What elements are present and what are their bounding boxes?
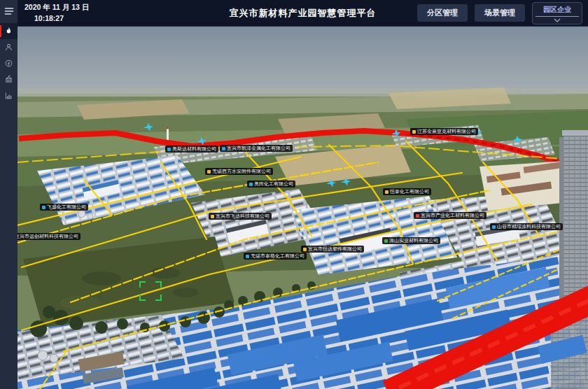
company-label-text: 潭山实业材料有限公司 bbox=[389, 237, 438, 244]
scene-management-button[interactable]: 场景管理 bbox=[475, 4, 525, 22]
vehicle-marker-icon[interactable] bbox=[512, 135, 523, 145]
company-label-text: 无锡市泰格化工有限公司 bbox=[251, 253, 304, 260]
company-label-text: 江苏金泉亚克材料有限公司 bbox=[417, 128, 476, 135]
company-label[interactable]: 恒泰化工有限公司 bbox=[383, 188, 431, 195]
flame-icon bbox=[4, 27, 13, 36]
vehicle-marker-icon[interactable] bbox=[326, 178, 337, 188]
power-icon bbox=[4, 59, 13, 68]
vehicle-marker-icon[interactable] bbox=[196, 136, 207, 146]
company-label[interactable]: 无锡市泰格化工有限公司 bbox=[244, 253, 307, 260]
company-label[interactable]: 宜兴市产业化工材料有限公司 bbox=[414, 212, 486, 219]
header-actions: 分区管理 场景管理 园区企业 bbox=[417, 2, 588, 24]
park-enterprise-dropdown[interactable]: 园区企业 bbox=[532, 2, 582, 24]
map-3d-viewport[interactable]: 飞盛化工有限公司宜兴市远创材料科技有限公司奥斯达材料有限公司宜兴市凯泽金属化工有… bbox=[18, 27, 588, 389]
vehicle-markers-layer bbox=[18, 27, 588, 389]
company-label[interactable]: 奥田化工有限公司 bbox=[247, 181, 295, 188]
factory-marker-icon bbox=[211, 215, 214, 218]
datetime-block: 2020 年 11 月 13 日 10:18:27 bbox=[24, 2, 89, 24]
company-label[interactable]: 飞盛化工有限公司 bbox=[40, 204, 88, 211]
vehicle-marker-icon[interactable] bbox=[391, 129, 402, 139]
company-label[interactable]: 奥斯达材料有限公司 bbox=[165, 146, 218, 153]
vehicle-marker-icon[interactable] bbox=[340, 177, 351, 187]
factory-marker-icon bbox=[207, 170, 211, 174]
company-label[interactable]: 潭山实业材料有限公司 bbox=[382, 237, 440, 244]
company-label-text: 宜兴市飞达科技有限公司 bbox=[216, 213, 270, 220]
left-toolbar bbox=[0, 0, 18, 389]
date-text: 2020 年 11 月 13 日 bbox=[24, 2, 89, 13]
company-label[interactable]: 宜兴市远创材料科技有限公司 bbox=[18, 233, 80, 240]
factory-marker-icon bbox=[385, 190, 388, 194]
factory-marker-icon bbox=[246, 255, 249, 258]
building-icon bbox=[4, 75, 13, 84]
company-label-text: 奥斯达材料有限公司 bbox=[172, 146, 216, 153]
company-label-text: 宜兴市产业化工材料有限公司 bbox=[421, 212, 484, 219]
smart-park-platform-window: 2020 年 11 月 13 日 10:18:27 宜兴市新材料产业园智慧管理平… bbox=[0, 0, 588, 389]
company-label[interactable]: 宜兴市飞达科技有限公司 bbox=[209, 213, 272, 220]
sidebar-item-energy[interactable] bbox=[0, 55, 18, 71]
company-label-text: 飞盛化工有限公司 bbox=[47, 204, 86, 211]
company-label-text: 宜兴市恒达塑件有限公司 bbox=[308, 246, 362, 253]
sidebar-item-fire-monitor[interactable] bbox=[0, 23, 18, 39]
company-label-text: 无锡西方水泵附件有限公司 bbox=[212, 168, 271, 175]
company-label-text: 宜兴市凯泽金属化工有限公司 bbox=[227, 145, 290, 152]
page-title: 宜兴市新材料产业园智慧管理平台 bbox=[230, 0, 377, 27]
company-label[interactable]: 宜兴市恒达塑件有限公司 bbox=[301, 246, 364, 253]
chevron-down-icon bbox=[554, 18, 561, 22]
bar-chart-icon bbox=[4, 91, 13, 100]
sidebar-item-enterprise[interactable] bbox=[0, 71, 18, 87]
selection-box bbox=[139, 281, 162, 301]
dropdown-label: 园区企业 bbox=[536, 5, 579, 17]
company-label-text: 宜兴市远创材料科技有限公司 bbox=[18, 233, 78, 240]
factory-marker-icon bbox=[303, 248, 307, 251]
factory-marker-icon bbox=[167, 148, 171, 151]
company-label[interactable]: 无锡西方水泵附件有限公司 bbox=[205, 168, 273, 175]
factory-marker-icon bbox=[416, 214, 419, 218]
sidebar-item-menu[interactable] bbox=[0, 3, 18, 19]
company-label[interactable]: 宜兴市凯泽金属化工有限公司 bbox=[220, 145, 293, 152]
company-label-text: 山谷市精瑞涂料科技有限公司 bbox=[497, 223, 561, 230]
factory-marker-icon bbox=[249, 183, 253, 186]
company-label[interactable]: 山谷市精瑞涂料科技有限公司 bbox=[490, 223, 563, 230]
time-text: 10:18:27 bbox=[34, 13, 89, 24]
company-label-text: 恒泰化工有限公司 bbox=[390, 188, 429, 195]
factory-marker-icon bbox=[222, 147, 225, 150]
sidebar-item-statistics[interactable] bbox=[0, 87, 18, 104]
company-label[interactable]: 江苏金泉亚克材料有限公司 bbox=[410, 128, 478, 135]
company-label-text: 奥田化工有限公司 bbox=[254, 181, 293, 188]
user-icon bbox=[4, 43, 13, 52]
sidebar-item-personnel[interactable] bbox=[0, 39, 18, 55]
hamburger-icon bbox=[4, 7, 14, 15]
factory-marker-icon bbox=[492, 225, 496, 229]
vehicle-marker-icon[interactable] bbox=[143, 122, 154, 132]
zone-management-button[interactable]: 分区管理 bbox=[417, 4, 468, 22]
factory-marker-icon bbox=[42, 206, 46, 209]
factory-marker-icon bbox=[384, 239, 388, 243]
top-bar: 2020 年 11 月 13 日 10:18:27 宜兴市新材料产业园智慧管理平… bbox=[18, 0, 588, 27]
factory-marker-icon bbox=[412, 130, 416, 134]
